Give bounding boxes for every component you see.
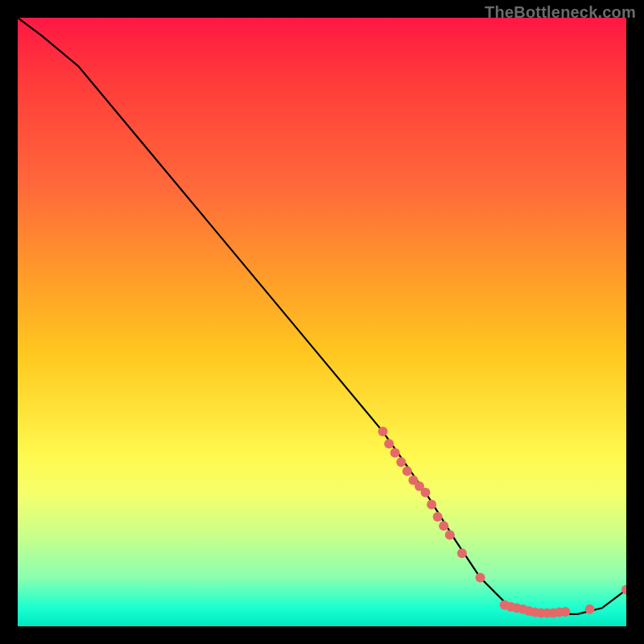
- scatter-dot: [585, 605, 595, 614]
- chart-stage: TheBottleneck.com: [0, 0, 644, 644]
- scatter-dot: [384, 439, 394, 448]
- scatter-dot: [457, 548, 467, 558]
- scatter-dot: [421, 488, 431, 497]
- scatter-dot: [476, 573, 485, 583]
- curve-path: [18, 18, 626, 614]
- chart-svg: [18, 18, 626, 626]
- scatter-group: [378, 427, 626, 617]
- chart-plot-area: [18, 18, 626, 626]
- scatter-dot: [427, 500, 436, 510]
- watermark-text: TheBottleneck.com: [485, 3, 636, 22]
- scatter-dot: [402, 466, 412, 476]
- scatter-dot: [390, 448, 400, 458]
- scatter-dot: [445, 530, 455, 540]
- scatter-dot: [433, 512, 443, 522]
- scatter-dot: [560, 607, 570, 617]
- scatter-dot: [378, 427, 388, 436]
- scatter-dot: [439, 521, 448, 530]
- scatter-dot: [396, 457, 406, 467]
